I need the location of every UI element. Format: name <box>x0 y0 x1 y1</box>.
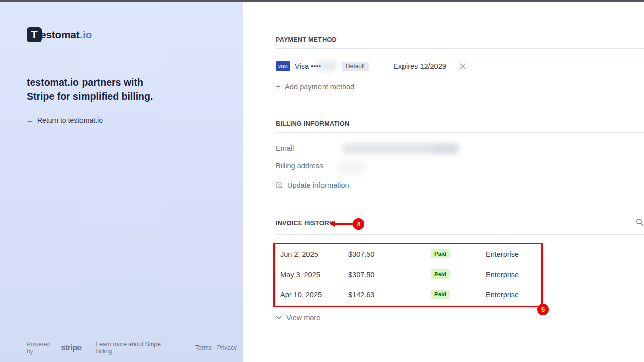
billing-information-title: BILLING INFORMATION <box>276 120 349 127</box>
annotation-highlight-box <box>273 243 543 307</box>
section-divider <box>276 48 644 49</box>
invoice-history-title: INVOICE HISTORY <box>276 220 333 227</box>
email-label: Email <box>276 144 294 152</box>
card-expiry-label: Expires 12/2029 <box>393 62 446 70</box>
add-payment-method-button[interactable]: + Add payment method <box>276 83 354 91</box>
plus-icon: + <box>276 83 280 90</box>
view-more-button[interactable]: View more <box>276 314 320 322</box>
logo-t-icon: T <box>27 27 42 42</box>
stripe-logo: stripe <box>61 343 82 352</box>
testomat-logo: T estomat.io <box>27 27 92 42</box>
powered-by-label: Powered by <box>27 341 57 355</box>
billing-address-label: Billing address <box>276 162 323 170</box>
window-top-edge <box>0 0 644 2</box>
annotation-badge-5: 5 <box>537 304 549 315</box>
remove-card-icon[interactable] <box>459 63 466 72</box>
search-invoices-icon[interactable] <box>636 218 644 228</box>
return-link-label: Return to testomat.io <box>37 116 103 124</box>
update-information-button[interactable]: Update information <box>276 181 349 189</box>
privacy-link[interactable]: Privacy <box>217 344 237 351</box>
annotation-arrow-left <box>328 220 356 228</box>
arrow-left-icon: ← <box>27 116 34 124</box>
redacted-email-value <box>433 145 457 153</box>
return-to-merchant-link[interactable]: ← Return to testomat.io <box>27 116 103 124</box>
logo-suffix: .io <box>79 29 92 41</box>
brand-sidebar: T estomat.io testomat.io partners with S… <box>0 2 243 362</box>
footer-divider <box>89 344 89 352</box>
update-information-label: Update information <box>287 181 349 189</box>
terms-link[interactable]: Terms <box>195 344 212 351</box>
redacted-address-value <box>338 161 364 174</box>
annotation-badge-4: 4 <box>353 218 364 230</box>
footer-divider <box>188 344 188 352</box>
redacted-card-digits <box>316 61 337 71</box>
logo-wordmark: estomat <box>40 29 79 41</box>
sidebar-footer: Powered by stripe Learn more about Strip… <box>27 341 243 355</box>
partner-headline: testomat.io partners with Stripe for sim… <box>27 76 158 103</box>
section-divider <box>276 132 644 133</box>
chevron-down-icon <box>276 316 282 320</box>
view-more-label: View more <box>286 314 320 322</box>
learn-more-link[interactable]: Learn more about Stripe Billing <box>96 341 176 355</box>
edit-pencil-icon <box>276 182 283 189</box>
default-card-badge: Default <box>342 62 369 71</box>
visa-card-icon: VISA <box>276 61 290 71</box>
section-divider <box>276 234 644 235</box>
payment-method-title: PAYMENT METHOD <box>276 36 337 43</box>
add-payment-label: Add payment method <box>285 83 354 91</box>
